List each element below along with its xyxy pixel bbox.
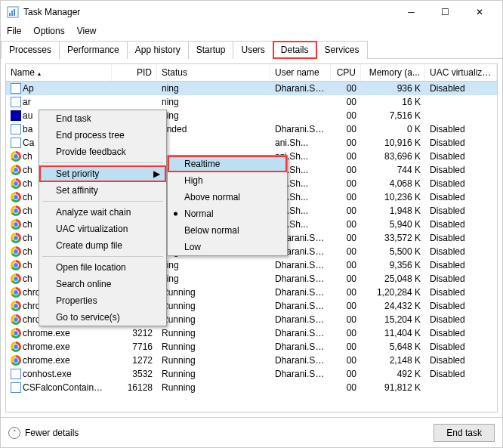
process-icon — [11, 151, 21, 162]
process-icon — [11, 178, 21, 189]
cell-pid — [112, 88, 157, 89]
ctx-create-dump-file[interactable]: Create dump file — [39, 237, 166, 254]
table-row[interactable]: chrome.exe7716RunningDharani.Sh...005,64… — [6, 340, 497, 354]
cell-cpu: 00 — [331, 259, 361, 271]
cell-pid: 3532 — [112, 368, 157, 380]
process-icon — [11, 355, 21, 366]
col-header-uac[interactable]: UAC virtualizat... — [425, 64, 497, 81]
table-row[interactable]: chrome.exe3212RunningDharani.Sh...0011,4… — [6, 326, 497, 340]
cell-cpu: 00 — [331, 368, 361, 380]
menu-file[interactable]: File — [7, 26, 21, 36]
cell-uac: Disabled — [425, 82, 497, 94]
ctx-set-priority[interactable]: Set priority ▶ — [39, 165, 166, 182]
tab-services[interactable]: Services — [316, 41, 368, 59]
cell-status: Running — [157, 382, 270, 394]
cell-memory: 2,148 K — [361, 354, 425, 366]
cell-uac: Disabled — [425, 354, 497, 366]
ctx-open-file-location[interactable]: Open file location — [39, 259, 166, 276]
sort-asc-icon: ▴ — [38, 70, 41, 77]
menubar: File Options View — [1, 23, 502, 39]
ctx-uac-virtualization[interactable]: UAC virtualization — [39, 221, 166, 237]
col-header-user[interactable]: User name — [270, 64, 331, 81]
priority-below-normal[interactable]: Below normal — [168, 222, 287, 239]
process-icon — [11, 246, 21, 257]
fewer-details-toggle[interactable]: ˄ Fewer details — [8, 427, 79, 439]
table-row[interactable]: CSFalconContainer.e16128Running0091,812 … — [6, 381, 497, 394]
priority-high[interactable]: High — [168, 172, 287, 189]
priority-normal[interactable]: Normal — [168, 205, 287, 222]
ctx-properties[interactable]: Properties — [39, 292, 166, 309]
cell-uac: Disabled — [425, 205, 497, 217]
process-icon — [11, 233, 21, 243]
cell-uac: Disabled — [425, 150, 497, 162]
cell-uac: Disabled — [425, 218, 497, 230]
end-task-button[interactable]: End task — [434, 424, 495, 442]
window-title: Task Manager — [23, 7, 394, 17]
ctx-go-to-services[interactable]: Go to service(s) — [39, 309, 166, 326]
ctx-search-online[interactable]: Search online — [39, 276, 166, 292]
close-button[interactable]: ✕ — [462, 1, 496, 23]
maximize-button[interactable]: ☐ — [428, 1, 462, 23]
minimize-button[interactable]: ─ — [394, 1, 428, 23]
cell-user: Dharani.Sh... — [270, 286, 331, 298]
table-row[interactable]: chrome.exe1272RunningDharani.Sh...002,14… — [6, 354, 497, 367]
cell-memory: 492 K — [361, 368, 425, 380]
menu-options[interactable]: Options — [33, 26, 64, 36]
cell-uac: Disabled — [425, 314, 497, 326]
col-header-memory[interactable]: Memory (a... — [361, 64, 425, 81]
process-icon — [11, 341, 21, 352]
table-row[interactable]: arning0016 K — [6, 95, 497, 109]
col-header-pid[interactable]: PID — [112, 64, 157, 81]
table-row[interactable]: ApningDharani.Sh...00936 KDisabled — [6, 82, 497, 95]
tab-users[interactable]: Users — [233, 41, 273, 59]
cell-uac: Disabled — [425, 191, 497, 203]
table-row[interactable]: conhost.exe3532RunningDharani.Sh...00492… — [6, 367, 497, 381]
ctx-set-priority-label: Set priority — [56, 168, 99, 179]
process-icon — [11, 369, 21, 379]
chevron-up-icon: ˄ — [8, 427, 20, 439]
cell-user: Dharani.Sh... — [270, 82, 331, 94]
process-icon — [11, 124, 21, 134]
cell-pid: 1272 — [112, 354, 157, 366]
cell-status: Running — [157, 341, 270, 353]
cell-status: Running — [157, 354, 270, 366]
cell-memory: 5,500 K — [361, 246, 425, 258]
tab-app-history[interactable]: App history — [127, 41, 189, 59]
process-icon — [11, 314, 21, 325]
priority-normal-label: Normal — [184, 209, 214, 219]
cell-memory: 5,648 K — [361, 341, 425, 353]
ctx-end-process-tree[interactable]: End process tree — [39, 127, 166, 144]
cell-status: ning — [157, 96, 270, 108]
cell-status: Running — [157, 314, 270, 326]
cell-name: chrome.exe — [6, 327, 112, 340]
cell-user: ani.Sh... — [270, 137, 331, 149]
priority-realtime[interactable]: Realtime — [168, 156, 287, 172]
cell-memory: 15,204 K — [361, 314, 425, 326]
col-header-status[interactable]: Status — [157, 64, 270, 81]
process-icon — [11, 287, 21, 298]
cell-cpu: 00 — [331, 178, 361, 190]
col-header-name[interactable]: Name▴ — [6, 64, 112, 81]
cell-memory: 7,516 K — [361, 110, 425, 122]
ctx-provide-feedback[interactable]: Provide feedback — [39, 144, 166, 160]
tab-processes[interactable]: Processes — [1, 41, 60, 59]
cell-name: ar — [6, 96, 112, 109]
ctx-end-task[interactable]: End task — [39, 110, 166, 127]
ctx-set-affinity[interactable]: Set affinity — [39, 182, 166, 199]
titlebar[interactable]: Task Manager ─ ☐ ✕ — [1, 1, 502, 23]
menu-view[interactable]: View — [77, 26, 97, 36]
priority-above-normal[interactable]: Above normal — [168, 189, 287, 205]
tab-performance[interactable]: Performance — [59, 41, 128, 59]
cell-status: ended — [157, 123, 270, 135]
priority-low[interactable]: Low — [168, 239, 287, 255]
tab-startup[interactable]: Startup — [188, 41, 234, 59]
cell-status — [157, 142, 270, 144]
tab-details[interactable]: Details — [273, 41, 317, 59]
cell-memory: 91,812 K — [361, 382, 425, 394]
cell-uac: Disabled — [425, 123, 497, 135]
fewer-details-label: Fewer details — [25, 428, 79, 438]
cell-status: Running — [157, 300, 270, 312]
col-header-cpu[interactable]: CPU — [331, 64, 361, 81]
task-manager-icon — [7, 6, 19, 18]
ctx-analyze-wait-chain[interactable]: Analyze wait chain — [39, 204, 166, 221]
